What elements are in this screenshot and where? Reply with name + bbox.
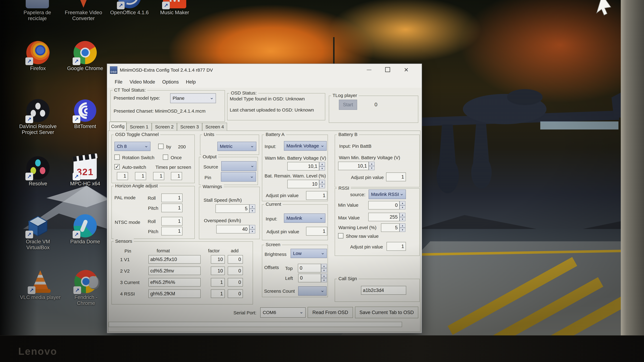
sensor3-factor-input[interactable]: 1 (211, 278, 225, 287)
offset-left-input[interactable]: 0 (298, 274, 321, 282)
sensor3-add-input[interactable]: 0 (228, 278, 243, 287)
desktop-icon-virtualbox[interactable]: Oracle VM VirtualBox (16, 214, 60, 251)
minimize-button[interactable] (360, 64, 378, 75)
battery-a-input-label: Input: (264, 144, 276, 149)
desktop-icon-davinci-project-server[interactable]: DaVinci Resolve Project Server (15, 99, 61, 135)
rotation-switch-checkbox[interactable] (114, 155, 120, 160)
menu-file[interactable]: File (111, 79, 126, 85)
offset-top-spinner[interactable] (321, 264, 327, 272)
desktop-icon-freemake[interactable]: Freemake Video Converter (61, 0, 106, 21)
save-current-tab-button[interactable]: Save Current Tab to OSD (355, 307, 418, 318)
tlog-start-button[interactable]: Start (339, 100, 357, 110)
battery-a-warn-spinner[interactable] (319, 162, 325, 170)
sensor4-add-input[interactable]: 0 (228, 290, 243, 298)
pal-roll-input[interactable]: 1 (161, 194, 182, 202)
rssi-adjust-input[interactable]: 1 (386, 242, 406, 251)
offset-left-spinner[interactable] (321, 274, 327, 282)
desktop-icon-mpc-hc[interactable]: 321 MPC-HC x64 (62, 156, 108, 187)
call-sign-input[interactable]: a1b2c3d4 (361, 286, 406, 295)
read-from-osd-button[interactable]: Read From OSD (308, 307, 353, 318)
desktop-icon-music-maker[interactable]: Music Maker (152, 0, 197, 15)
offset-left-label: Left (285, 276, 293, 281)
rssi-warning-level-spinner[interactable] (400, 223, 406, 232)
by-checkbox[interactable] (158, 144, 164, 149)
ntsc-roll-input[interactable]: 1 (161, 217, 182, 226)
stall-speed-input[interactable]: 5 (216, 204, 250, 213)
overspeed-spinner[interactable] (250, 225, 255, 233)
sensor1-add-input[interactable]: 0 (228, 255, 243, 264)
rotation-switch-label: Rotation Switch (122, 155, 154, 160)
close-button[interactable] (398, 64, 415, 75)
battery-b-warn-spinner[interactable] (369, 162, 375, 170)
serial-port-dropdown[interactable]: COM6 (260, 307, 306, 318)
battery-a-remain-input[interactable]: 10 (287, 180, 319, 188)
desktop-icon-resolve[interactable]: Resolve (16, 156, 60, 187)
desktop-icon-vlc[interactable]: VLC media player (17, 270, 64, 300)
menu-help[interactable]: Help (182, 79, 200, 85)
rssi-warning-level-input[interactable]: 5 (381, 223, 400, 232)
auto-switch-checkbox[interactable] (114, 164, 120, 169)
output-source-dropdown[interactable] (221, 161, 256, 171)
times-screen1-input[interactable]: 1 (117, 172, 128, 180)
screens-count-dropdown[interactable] (298, 286, 327, 296)
desktop-icon-firefox[interactable]: Firefox (16, 41, 60, 71)
tab-config[interactable]: Config (109, 122, 126, 131)
brightness-dropdown[interactable]: Low (290, 249, 327, 258)
tab-screen-1[interactable]: Screen 1 (126, 123, 152, 131)
desktop-icon-google-chrome[interactable]: Google Chrome (62, 41, 108, 71)
battery-a-remain-spinner[interactable] (319, 180, 325, 188)
desktop-icon-openoffice[interactable]: OpenOffice 4.1.6 (107, 0, 152, 15)
tab-screen-3[interactable]: Screen 3 (177, 123, 202, 131)
once-checkbox[interactable] (163, 155, 168, 160)
show-raw-value-checkbox[interactable] (338, 233, 343, 238)
current-adjust-input[interactable]: 1 (306, 227, 327, 236)
pal-pitch-input[interactable]: 1 (161, 204, 182, 212)
stall-speed-spinner[interactable] (250, 204, 255, 213)
sensor3-format-input[interactable]: ef%5.2f%% (148, 278, 201, 287)
desktop-icon-bittorrent[interactable]: BitTorrent (62, 99, 108, 129)
title-bar[interactable]: OSD MinimOSD-Extra Config Tool 2.4.1.4 r… (107, 64, 422, 76)
rssi-max-spinner[interactable] (400, 213, 406, 221)
ntsc-mode-label: NTSC mode (115, 220, 140, 225)
times-screen2-input[interactable]: 1 (135, 172, 146, 180)
units-dropdown[interactable]: Metric (217, 142, 256, 151)
offset-top-input[interactable]: 0 (298, 264, 321, 272)
rssi-min-input[interactable]: 0 (368, 201, 400, 209)
menu-video-mode[interactable]: Video Mode (126, 79, 159, 85)
ntsc-pitch-input[interactable]: 1 (161, 227, 182, 235)
sensor4-factor-input[interactable]: 1 (211, 290, 225, 298)
battery-a-warn-input[interactable]: 10,1 (287, 162, 319, 170)
sensor1-format-input[interactable]: ab%5.2f\x10 (148, 255, 201, 264)
battery-b-warn-input[interactable]: 10,1 (338, 162, 369, 170)
auto-switch-label: Auto-switch (122, 165, 146, 170)
tab-screen-2[interactable]: Screen 2 (152, 123, 177, 131)
toggle-channel-dropdown[interactable]: Ch 8 (114, 142, 150, 151)
menu-options[interactable]: Options (159, 79, 182, 85)
battery-a-adjust-input[interactable]: 1 (306, 191, 327, 200)
desktop-icon-recycle-bin[interactable]: Papelera de reciclaje (15, 0, 60, 21)
battery-b-adjust-input[interactable]: 1 (386, 172, 406, 181)
firefox-icon (26, 41, 50, 64)
desktop-icon-fendrich-chrome[interactable]: Fendrich - Chrome (68, 270, 104, 306)
davinci-resolve-icon (26, 99, 50, 122)
sensor2-add-input[interactable]: 0 (228, 267, 243, 275)
times-screen3-input[interactable]: 1 (153, 172, 164, 180)
shortcut-arrow-icon (26, 173, 33, 180)
current-input-dropdown[interactable]: Mavlink (284, 214, 326, 223)
battery-a-input-dropdown[interactable]: Mavlink Voltage (284, 141, 327, 151)
sensor4-format-input[interactable]: gh%5.2fKM (148, 290, 201, 298)
freemake-icon (72, 0, 95, 8)
sensor2-format-input[interactable]: cd%5.2fmv (148, 267, 201, 275)
rssi-source-dropdown[interactable]: Mavlink RSSI (368, 190, 406, 199)
times-screen4-input[interactable]: 1 (171, 172, 182, 180)
rssi-min-spinner[interactable] (400, 201, 406, 209)
sensor1-factor-input[interactable]: 10 (211, 255, 225, 264)
desktop-icon-panda-dome[interactable]: Panda Dome (62, 214, 108, 245)
output-pin-dropdown[interactable] (221, 172, 256, 182)
tab-screen-4[interactable]: Screen 4 (202, 123, 227, 131)
model-type-dropdown[interactable]: Plane (170, 93, 216, 103)
rssi-max-input[interactable]: 255 (368, 213, 400, 221)
maximize-button[interactable] (379, 64, 396, 75)
overspeed-input[interactable]: 40 (216, 225, 250, 233)
sensor2-factor-input[interactable]: 10 (211, 267, 225, 275)
